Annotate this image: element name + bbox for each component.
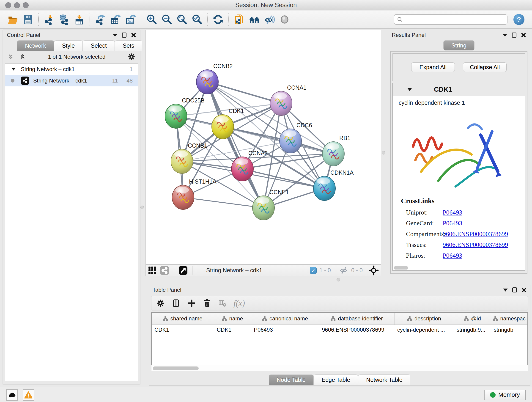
column-header[interactable]: database identifier — [319, 313, 394, 325]
expand-all-icon[interactable] — [19, 53, 26, 60]
share-view-icon[interactable] — [160, 266, 169, 275]
table-options-gear-icon[interactable] — [156, 299, 165, 307]
import-table-file-button[interactable] — [72, 12, 87, 27]
import-network-file-button[interactable] — [41, 12, 57, 27]
close-panel-icon[interactable] — [131, 32, 136, 38]
minimize-window-button[interactable] — [14, 2, 20, 8]
float-panel-icon[interactable] — [503, 288, 508, 292]
warnings-button[interactable] — [23, 389, 34, 401]
maximize-window-button[interactable] — [23, 2, 29, 8]
float-panel-icon[interactable] — [113, 34, 117, 37]
delete-column-trash-icon[interactable] — [203, 299, 211, 307]
close-window-button[interactable] — [5, 2, 11, 8]
tab-sets[interactable]: Sets — [115, 40, 142, 51]
zoom-fit-icon — [177, 14, 187, 25]
collapse-all-button[interactable]: Collapse All — [463, 62, 507, 72]
column-header[interactable]: description — [394, 313, 454, 325]
table-horizontal-scrollbar[interactable] — [151, 365, 528, 371]
collapse-all-icon[interactable] — [7, 53, 14, 60]
tab-style[interactable]: Style — [54, 40, 83, 51]
save-session-button[interactable] — [20, 12, 36, 27]
open-session-button[interactable] — [5, 12, 20, 27]
network-collection-row[interactable]: String Network – cdk1 1 — [5, 64, 138, 75]
search-box[interactable] — [394, 14, 507, 25]
search-input[interactable] — [403, 16, 504, 23]
left-splitter-handle[interactable] — [140, 206, 144, 209]
tab-select[interactable]: Select — [83, 40, 114, 51]
table-row[interactable]: CDK1 CDK1 P06493 9606.ENSP00000378699 cy… — [152, 325, 527, 335]
network-edge[interactable] — [207, 82, 281, 103]
horizontal-splitter-handle[interactable] — [336, 278, 340, 281]
crosslink-value-link[interactable]: 9606.ENSP00000378699 — [443, 229, 508, 239]
document-share-button[interactable] — [232, 12, 247, 27]
network-row[interactable]: String Network – cdk1 11 48 — [5, 75, 138, 86]
results-horizontal-scrollbar[interactable] — [393, 265, 525, 270]
crosslink-value-link[interactable]: P06493 — [443, 218, 462, 229]
tab-node-table[interactable]: Node Table — [269, 375, 314, 385]
tab-network[interactable]: Network — [17, 40, 54, 51]
selected-checkbox[interactable]: ✓ — [310, 267, 317, 274]
cell-database-identifier[interactable]: 9606.ENSP00000378699 — [319, 325, 394, 335]
export-table-button[interactable] — [108, 12, 123, 27]
cell-id[interactable]: stringdb:9... — [454, 325, 491, 335]
export-image-button[interactable] — [123, 12, 138, 27]
crosslink-value-link[interactable]: P06493 — [443, 250, 462, 261]
tab-edge-table[interactable]: Edge Table — [314, 375, 358, 385]
scrollbar-thumb[interactable] — [153, 366, 199, 370]
results-panel-header: Results Panel — [388, 30, 530, 40]
refresh-layout-button[interactable] — [210, 12, 226, 27]
crosslink-value-link[interactable]: P06493 — [443, 207, 462, 218]
maximize-panel-icon[interactable] — [512, 32, 516, 38]
column-header[interactable]: @id — [454, 313, 491, 325]
entry-expander-icon[interactable] — [407, 88, 412, 91]
birds-eye-button[interactable] — [277, 12, 292, 27]
crosslink-value-link[interactable]: 9606.ENSP00000378699 — [443, 239, 508, 250]
maximize-panel-icon[interactable] — [512, 287, 517, 293]
column-header[interactable]: namespac — [491, 313, 527, 325]
scrollbar-thumb[interactable] — [394, 266, 408, 269]
right-splitter-handle[interactable] — [382, 151, 385, 154]
network-canvas[interactable]: CCNB2CCNA1CDC25BCDK1CDC6RB1CCNB1CCNA2CDK… — [146, 30, 381, 264]
entry-header[interactable]: CDK1 — [393, 83, 525, 96]
column-header[interactable]: name — [214, 313, 251, 325]
zoom-out-button[interactable] — [159, 12, 174, 27]
zoom-fit-button[interactable] — [174, 12, 190, 27]
network-view-toolbar: String Network – cdk1 ✓ 1 - 0 0 - 0 — [146, 264, 381, 276]
zoom-selected-button[interactable] — [190, 12, 205, 27]
memory-button[interactable]: Memory — [484, 390, 526, 400]
cell-description[interactable]: cyclin-dependent ... — [394, 325, 454, 335]
cell-namespace[interactable]: stringdb — [491, 325, 527, 335]
network-list-toolbar: 1 of 1 Network selected — [3, 51, 140, 63]
string-homes-button[interactable] — [247, 12, 262, 27]
zoom-in-button[interactable] — [144, 12, 159, 27]
open-external-icon[interactable] — [178, 266, 188, 275]
show-graphics-details-button[interactable] — [262, 12, 277, 27]
node-label-CCNB2: CCNB2 — [213, 63, 233, 69]
tab-network-table[interactable]: Network Table — [358, 375, 410, 385]
export-network-button[interactable] — [93, 12, 108, 27]
close-panel-icon[interactable] — [521, 287, 526, 293]
column-header[interactable]: shared name — [152, 313, 214, 325]
float-panel-icon[interactable] — [503, 34, 507, 37]
import-network-database-button[interactable] — [57, 12, 72, 27]
maximize-panel-icon[interactable] — [122, 32, 127, 38]
eye-disabled-icon — [279, 14, 290, 25]
cloud-button[interactable] — [6, 389, 18, 401]
add-column-icon[interactable] — [187, 299, 196, 307]
tree-expander-icon[interactable] — [12, 68, 15, 70]
close-panel-icon[interactable] — [521, 32, 526, 38]
network-edge[interactable] — [207, 82, 264, 208]
network-edge[interactable] — [183, 197, 264, 208]
tab-string[interactable]: String — [443, 40, 474, 51]
column-header[interactable]: canonical name — [251, 313, 319, 325]
show-columns-icon[interactable] — [172, 299, 180, 307]
fit-content-crosshair-icon[interactable] — [369, 265, 379, 275]
expand-all-button[interactable]: Expand All — [411, 62, 455, 72]
cell-canonical-name[interactable]: P06493 — [251, 325, 319, 335]
zoom-selected-icon — [192, 14, 202, 25]
network-options-gear-icon[interactable] — [127, 53, 136, 61]
cell-name[interactable]: CDK1 — [214, 325, 251, 335]
help-button[interactable]: ? — [513, 14, 525, 25]
grid-view-icon[interactable] — [148, 266, 157, 275]
cell-shared-name[interactable]: CDK1 — [152, 325, 214, 335]
